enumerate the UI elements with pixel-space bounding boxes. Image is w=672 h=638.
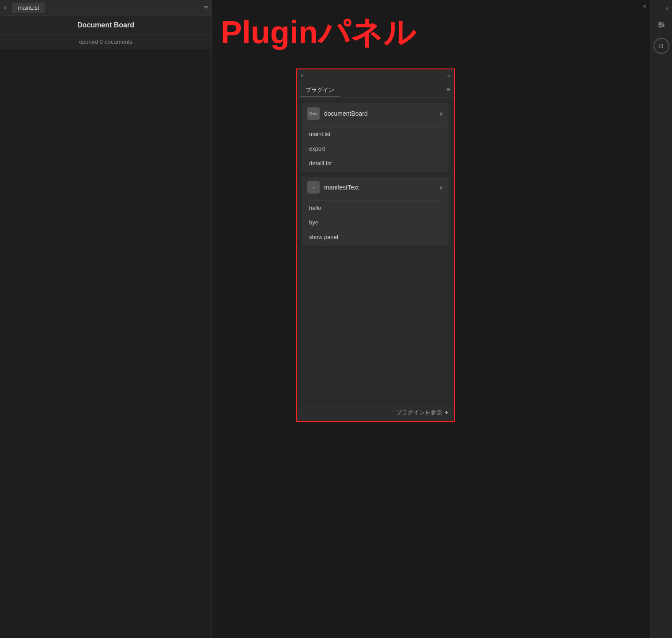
d-button[interactable]: D bbox=[653, 38, 669, 54]
plugin-panel-body: Doc documentBoard ∨ mainList export deta… bbox=[297, 98, 454, 404]
plugin-panel-collapse-btn[interactable]: « bbox=[447, 72, 450, 79]
plugin-section-icon-doc: Doc bbox=[307, 107, 320, 120]
plugin-item-bye[interactable]: bye bbox=[302, 215, 449, 230]
plugin-section-name-documentboard: documentBoard bbox=[324, 110, 439, 117]
center-area: « Pluginパネル × « プラグイン ≡ Doc documentBoar… bbox=[212, 0, 650, 638]
left-panel-content bbox=[0, 49, 211, 638]
manifest-icon-text: ▪ bbox=[313, 185, 314, 190]
plugin-panel-close-btn[interactable]: × bbox=[300, 72, 304, 79]
opened-docs-status: opened 0 documents bbox=[0, 35, 211, 49]
plugin-panel-container: × « プラグイン ≡ Doc documentBoard ∨ mainList bbox=[296, 68, 455, 422]
plugin-section-items-manifesttext: hello bye show panel bbox=[302, 198, 449, 246]
plugin-panel-tabs: プラグイン ≡ bbox=[297, 82, 454, 98]
footer-label: プラグインを参照 bbox=[396, 409, 442, 417]
right-sidebar: « D bbox=[650, 0, 672, 638]
center-collapse-btn[interactable]: « bbox=[643, 3, 646, 9]
left-panel-tab[interactable]: mainList bbox=[12, 3, 44, 13]
left-panel-menu-icon[interactable]: ≡ bbox=[204, 4, 208, 12]
left-panel: × mainList ≡ Document Board opened 0 doc… bbox=[0, 0, 212, 638]
plugin-section-documentboard: Doc documentBoard ∨ mainList export deta… bbox=[302, 103, 449, 172]
plugin-item-export[interactable]: export bbox=[302, 141, 449, 156]
left-panel-titlebar: × mainList ≡ bbox=[0, 0, 211, 16]
plugin-section-manifesttext: ▪ manifestText ∨ hello bye show panel bbox=[302, 177, 449, 246]
plugin-tab-menu-icon[interactable]: ≡ bbox=[446, 86, 450, 95]
left-panel-close-btn[interactable]: × bbox=[4, 4, 7, 11]
plugin-section-name-manifesttext: manifestText bbox=[324, 184, 439, 191]
right-sidebar-collapse-btn[interactable]: « bbox=[665, 5, 668, 11]
plugin-panel-footer[interactable]: プラグインを参照 + bbox=[297, 404, 454, 421]
plugin-tab-main[interactable]: プラグイン bbox=[300, 84, 340, 97]
center-top-bar: « bbox=[212, 0, 650, 12]
filter-settings-icon[interactable] bbox=[653, 17, 669, 33]
plugin-panel-big-title: Pluginパネル bbox=[212, 12, 650, 53]
add-plugin-btn[interactable]: + bbox=[445, 409, 449, 417]
plugin-panel-titlebar: × « bbox=[297, 69, 454, 82]
chevron-down-icon-manifesttext: ∨ bbox=[439, 184, 443, 191]
doc-icon-text: Doc bbox=[310, 111, 318, 116]
plugin-item-show-panel[interactable]: show panel bbox=[302, 230, 449, 244]
plugin-section-items-documentboard: mainList export detailList bbox=[302, 125, 449, 172]
plugin-item-hello[interactable]: hello bbox=[302, 201, 449, 215]
svg-point-4 bbox=[662, 24, 664, 26]
svg-point-3 bbox=[659, 22, 661, 24]
plugin-item-detaillist[interactable]: detailList bbox=[302, 156, 449, 171]
chevron-down-icon-documentboard: ∨ bbox=[439, 110, 443, 117]
plugin-section-header-documentboard[interactable]: Doc documentBoard ∨ bbox=[302, 103, 449, 125]
right-sidebar-top: « bbox=[650, 4, 672, 13]
document-board-title: Document Board bbox=[0, 16, 211, 35]
svg-point-5 bbox=[660, 26, 661, 27]
plugin-section-header-manifesttext[interactable]: ▪ manifestText ∨ bbox=[302, 177, 449, 198]
plugin-item-mainlist[interactable]: mainList bbox=[302, 127, 449, 141]
plugin-section-icon-manifest: ▪ bbox=[307, 181, 320, 194]
